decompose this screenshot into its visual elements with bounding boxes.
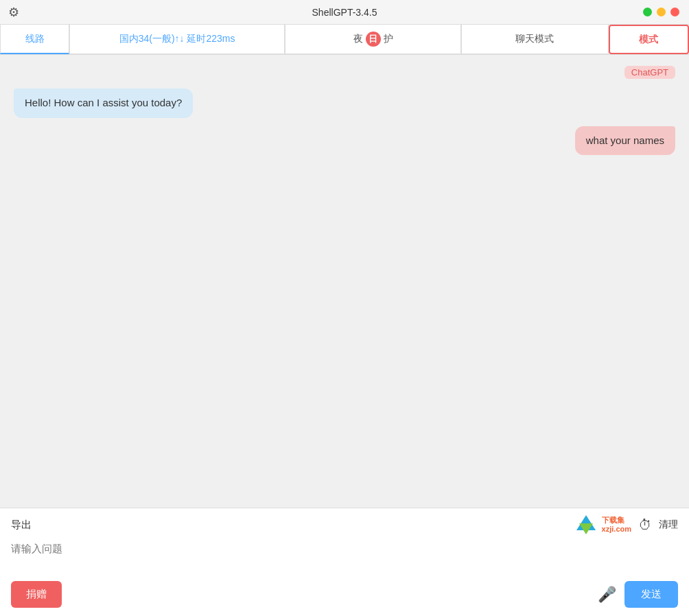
microphone-icon[interactable]: 🎤 [598, 586, 616, 604]
tab-chat-mode[interactable]: 聊天模式 [461, 25, 609, 54]
chat-area: ChatGPT Hello! How can I assist you toda… [0, 55, 689, 508]
chatgpt-label-row: ChatGPT [14, 66, 675, 79]
watermark-icon [572, 515, 600, 534]
network-label: 国内34(一般)↑↓ 延时223ms [119, 33, 235, 45]
tab-night-mode[interactable]: 夜 日 护 [285, 25, 461, 54]
export-label: 导出 [11, 519, 32, 532]
night-label: 夜 [353, 33, 363, 45]
chat-row: Hello! How can I assist you today? [14, 88, 675, 118]
arrow-green [579, 523, 593, 534]
bottom-toolbar: 导出 下载集 xzji.com ⏱ 清理 [11, 515, 678, 534]
right-actions: 🎤 发送 [598, 581, 678, 608]
donate-button[interactable]: 捐赠 [11, 581, 62, 608]
maximize-button[interactable] [657, 8, 666, 16]
assistant-message: Hello! How can I assist you today? [14, 88, 193, 118]
app-title: ShellGPT-3.4.5 [312, 7, 377, 18]
history-icon[interactable]: ⏱ [638, 517, 652, 533]
message-input[interactable] [11, 540, 678, 576]
night-icons-group: 夜 日 护 [353, 32, 393, 47]
tab-mode[interactable]: 模式 [609, 25, 689, 54]
bottom-panel: 导出 下载集 xzji.com ⏱ 清理 捐赠 🎤 发送 [0, 508, 689, 616]
title-bar: ⚙ ShellGPT-3.4.5 [0, 0, 689, 25]
sun-badge: 日 [366, 32, 381, 47]
watermark-text: 下载集 xzji.com [602, 516, 631, 534]
chat-mode-label: 聊天模式 [515, 33, 554, 45]
tab-network[interactable]: 国内34(一般)↑↓ 延时223ms [69, 25, 285, 54]
minimize-button[interactable] [643, 8, 652, 16]
toolbar-right: 下载集 xzji.com ⏱ 清理 [572, 515, 678, 534]
chatgpt-label: ChatGPT [624, 66, 675, 79]
main-content: ChatGPT Hello! How can I assist you toda… [0, 55, 689, 508]
mode-label: 模式 [639, 34, 658, 46]
protect-label: 护 [384, 33, 393, 45]
settings-icon[interactable]: ⚙ [8, 5, 19, 20]
assistant-text: Hello! How can I assist you today? [25, 97, 182, 108]
clear-button[interactable]: 清理 [659, 519, 678, 531]
tab-route[interactable]: 线路 [0, 25, 69, 54]
route-label: 线路 [25, 33, 45, 45]
close-button[interactable] [670, 8, 679, 16]
tab-bar: 线路 国内34(一般)↑↓ 延时223ms 夜 日 护 聊天模式 模式 [0, 25, 689, 55]
watermark: 下载集 xzji.com [572, 515, 631, 534]
window-controls [643, 8, 679, 16]
user-message: what your names [575, 126, 675, 156]
user-text: what your names [586, 134, 664, 146]
send-button[interactable]: 发送 [624, 581, 678, 608]
chat-row: what your names [14, 126, 675, 156]
bottom-actions: 捐赠 🎤 发送 [11, 581, 678, 608]
